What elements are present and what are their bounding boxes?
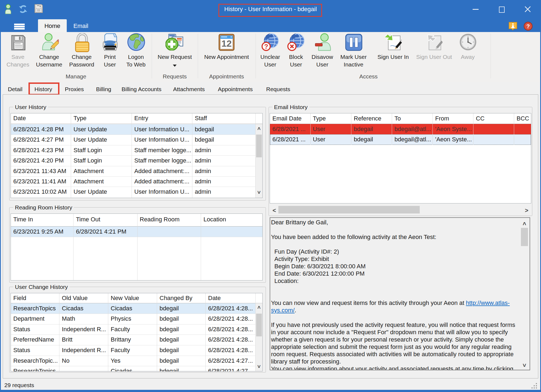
svg-text:?: ? (526, 23, 530, 29)
svg-text:?: ? (264, 43, 268, 50)
svg-text:12: 12 (221, 38, 232, 49)
